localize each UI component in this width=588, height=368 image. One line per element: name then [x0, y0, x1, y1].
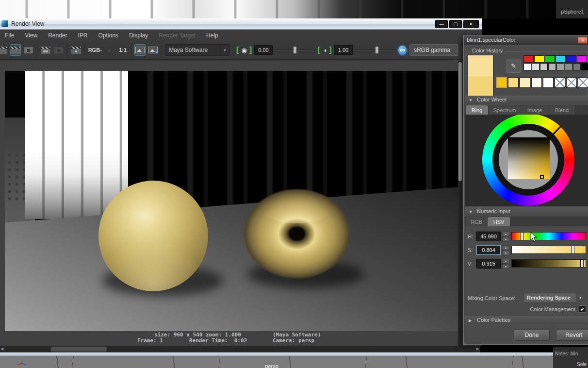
snapshot-icon[interactable]: [23, 44, 34, 56]
hue-ring[interactable]: [482, 115, 574, 206]
menu-help[interactable]: Help: [206, 32, 218, 39]
minimize-button[interactable]: —: [435, 20, 448, 28]
history-swatch[interactable]: [520, 77, 530, 88]
saturation-slider-handle[interactable]: [571, 246, 574, 254]
vertical-scrollbar[interactable]: [458, 61, 462, 346]
revert-button[interactable]: Revert: [556, 330, 588, 341]
render-settings-icon[interactable]: ✱: [70, 44, 82, 56]
hue-slider-handle[interactable]: [521, 232, 524, 240]
color-management-on-button[interactable]: ON: [397, 45, 408, 56]
palette-color[interactable]: [577, 55, 587, 63]
tab-image[interactable]: Image: [521, 105, 548, 115]
tab-spectrum[interactable]: Spectrum: [489, 105, 521, 115]
color-wheel-header[interactable]: ▼ Color Wheel: [465, 96, 588, 104]
palette-color[interactable]: [523, 55, 534, 63]
rendered-image[interactable]: [5, 71, 458, 331]
value-slider-handle[interactable]: [580, 259, 584, 268]
value-field[interactable]: 0.915: [476, 259, 501, 268]
tab-hsv[interactable]: HSV: [488, 217, 510, 226]
menu-render[interactable]: Render: [48, 32, 67, 39]
color-management-checkbox[interactable]: ✔: [579, 305, 586, 313]
spinner-up-icon[interactable]: ▲: [502, 232, 509, 236]
menu-options[interactable]: Options: [98, 32, 118, 39]
palette-color[interactable]: [545, 55, 555, 63]
history-swatch[interactable]: [531, 77, 542, 88]
expand-triangle-icon[interactable]: ▶: [469, 317, 475, 325]
history-swatch[interactable]: [496, 77, 507, 88]
palette-color[interactable]: [566, 55, 576, 63]
value-spinner[interactable]: ▲ ▼: [502, 259, 509, 268]
remove-image-icon[interactable]: ✕: [147, 44, 159, 56]
palette-color[interactable]: [523, 63, 531, 70]
contrast-slider[interactable]: [355, 46, 395, 54]
palette-color[interactable]: [565, 63, 572, 70]
spinner-up-icon[interactable]: ▲: [502, 245, 509, 250]
sv-marker[interactable]: [540, 175, 544, 179]
done-button[interactable]: Done: [514, 330, 550, 341]
history-swatch[interactable]: [543, 77, 554, 88]
palette-color[interactable]: [540, 63, 548, 70]
palette-color[interactable]: [581, 63, 588, 70]
gamma-select[interactable]: sRGB gamma: [409, 44, 458, 56]
saturation-value-square[interactable]: [508, 137, 550, 179]
contrast-slider-handle[interactable]: [375, 46, 379, 54]
hue-spinner[interactable]: ▲ ▼: [502, 232, 509, 241]
tab-rgb[interactable]: RGB: [466, 217, 487, 226]
color-palettes-header[interactable]: ▶ Color Palettes: [465, 316, 588, 324]
ipr-render-icon[interactable]: IPR: [40, 44, 51, 56]
eyedropper-icon[interactable]: ✎: [506, 59, 521, 73]
palette-color[interactable]: [555, 55, 566, 63]
spinner-down-icon[interactable]: ▼: [502, 264, 509, 269]
hue-field[interactable]: 45.990: [476, 232, 501, 241]
tab-blend[interactable]: Blend: [549, 105, 575, 115]
keep-image-icon[interactable]: [134, 44, 146, 56]
maximize-button[interactable]: ▢: [449, 20, 462, 28]
spinner-down-icon[interactable]: ▼: [502, 237, 509, 242]
saturation-slider[interactable]: [511, 246, 586, 254]
history-swatch[interactable]: [508, 77, 519, 88]
exposure-slider-handle[interactable]: [293, 46, 297, 54]
real-size-icon[interactable]: 1:1: [117, 44, 129, 56]
attribute-editor-tab[interactable]: pSphere1: [556, 0, 588, 18]
render-icon[interactable]: [0, 44, 8, 56]
menu-file[interactable]: File: [5, 32, 14, 39]
dialog-titlebar[interactable]: blinn1.specularColor: [464, 35, 588, 45]
history-swatch[interactable]: [555, 77, 565, 88]
palette-color[interactable]: [556, 63, 564, 70]
scroll-right-icon[interactable]: ▶: [476, 347, 479, 351]
numeric-input-header[interactable]: ▼ Numeric Input: [465, 207, 588, 216]
collapse-triangle-icon[interactable]: ▼: [469, 208, 475, 216]
vertical-scroll-thumb[interactable]: [458, 62, 462, 181]
spinner-down-icon[interactable]: ▼: [502, 251, 509, 255]
menu-ipr[interactable]: IPR: [78, 32, 88, 39]
saturation-spinner[interactable]: ▲ ▼: [502, 245, 509, 255]
close-button[interactable]: ✕: [463, 20, 479, 28]
mixing-color-space-select[interactable]: Rendering Space ▼: [523, 293, 585, 302]
chevron-down-icon[interactable]: ▼: [576, 293, 585, 302]
palette-color[interactable]: [548, 63, 556, 70]
saturation-field[interactable]: 0.804: [476, 245, 501, 255]
render-view-titlebar[interactable]: Render View — ▢ ✕: [0, 18, 482, 30]
select-button[interactable]: Sele: [577, 362, 587, 367]
palette-color[interactable]: [534, 55, 544, 63]
contrast-field[interactable]: 1.00: [334, 45, 353, 55]
exposure-slider[interactable]: [275, 46, 315, 54]
horizontal-scrollbar[interactable]: ◀ ▶: [0, 346, 480, 352]
history-swatch[interactable]: [578, 77, 588, 88]
spinner-up-icon[interactable]: ▲: [502, 259, 509, 264]
horizontal-scroll-thumb[interactable]: [51, 347, 107, 351]
history-swatch[interactable]: [566, 77, 577, 88]
chevron-down-icon[interactable]: ▼: [220, 45, 229, 55]
menu-view[interactable]: View: [25, 32, 37, 39]
menu-display[interactable]: Display: [129, 32, 148, 39]
renderer-select[interactable]: Maya Software ▼: [165, 44, 230, 56]
exposure-field[interactable]: 0.00: [254, 45, 273, 55]
display-rgb-icon[interactable]: RGB▾: [88, 44, 102, 56]
tab-ring[interactable]: Ring: [466, 105, 488, 115]
collapse-triangle-icon[interactable]: ▼: [469, 96, 475, 104]
palette-color[interactable]: [532, 63, 539, 70]
value-slider[interactable]: [511, 259, 586, 268]
scroll-left-icon[interactable]: ◀: [0, 347, 3, 351]
palette-color[interactable]: [573, 63, 581, 70]
hue-slider[interactable]: [511, 232, 586, 240]
